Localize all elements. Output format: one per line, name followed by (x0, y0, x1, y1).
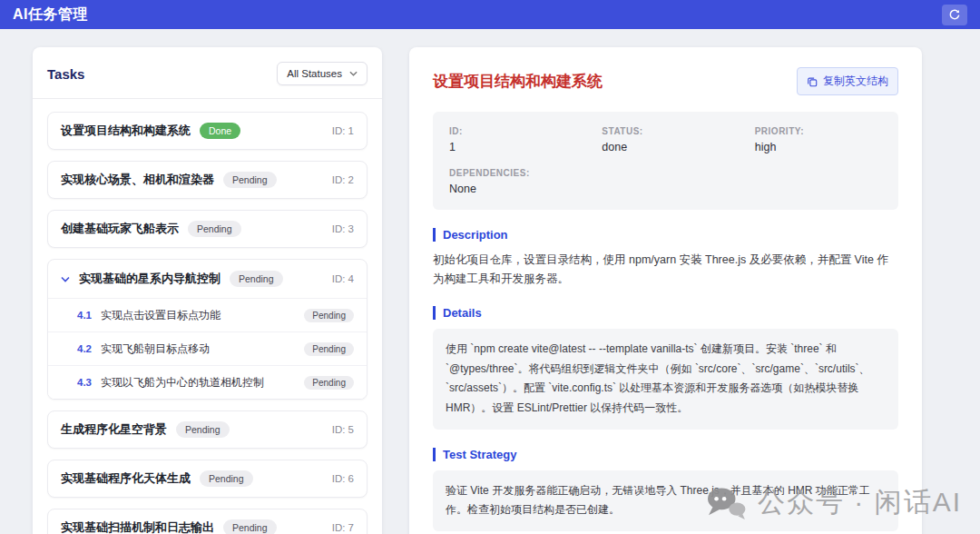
task-row[interactable]: 实现基础扫描机制和日志输出 Pending ID: 7 (47, 509, 368, 534)
status-badge: Pending (230, 271, 283, 287)
copy-english-label: 复制英文结构 (823, 74, 888, 89)
copy-english-button[interactable]: 复制英文结构 (797, 67, 898, 95)
app-header: AI任务管理 (0, 0, 980, 29)
details-text: 使用 `npm create vite@latest -- --template… (433, 329, 898, 429)
status-badge: Pending (188, 221, 241, 237)
task-id: ID: 3 (332, 223, 354, 234)
task-id: ID: 5 (332, 424, 354, 435)
status-badge: Pending (176, 421, 230, 438)
meta-id-value: 1 (449, 141, 602, 153)
task-row[interactable]: 创建基础玩家飞船表示 Pending ID: 3 (47, 210, 368, 248)
meta-priority-label: PRIORITY: (755, 126, 882, 136)
details-section: Details 使用 `npm create vite@latest -- --… (433, 306, 898, 429)
details-heading: Details (433, 306, 898, 320)
status-filter-value: All Statuses (287, 68, 342, 79)
subtask-row[interactable]: 4.2 实现飞船朝目标点移动 Pending (48, 331, 367, 365)
tasks-panel: Tasks All Statuses 设置项目结构和构建系统 Done ID: … (33, 47, 382, 534)
task-title: 设置项目结构和构建系统 (61, 123, 191, 139)
subtask-number: 4.3 (77, 377, 92, 388)
chevron-down-icon[interactable] (61, 276, 70, 282)
description-text: 初始化项目仓库，设置目录结构，使用 npm/yarn 安装 Three.js 及… (433, 251, 898, 288)
status-badge: Pending (304, 376, 354, 390)
task-row[interactable]: 设置项目结构和构建系统 Done ID: 1 (47, 112, 368, 150)
status-badge: Done (200, 123, 240, 139)
description-section: Description 初始化项目仓库，设置目录结构，使用 npm/yarn 安… (433, 228, 898, 288)
task-title: 创建基础玩家飞船表示 (61, 221, 179, 237)
subtask-title: 实现点击设置目标点功能 (101, 308, 220, 323)
meta-status-value: done (602, 141, 754, 153)
task-id: ID: 6 (332, 473, 354, 484)
task-id: ID: 7 (332, 522, 354, 533)
task-detail-panel: 设置项目结构和构建系统 复制英文结构 ID: 1 STATUS: (409, 47, 922, 534)
task-id: ID: 2 (332, 174, 354, 185)
task-title: 生成程序化星空背景 (61, 421, 167, 438)
task-id: ID: 1 (332, 125, 354, 136)
task-title: 实现基础程序化天体生成 (61, 470, 191, 487)
tasks-heading: Tasks (47, 66, 84, 82)
main-content: Tasks All Statuses 设置项目结构和构建系统 Done ID: … (0, 29, 980, 534)
meta-dependencies-value: None (449, 183, 882, 195)
test-strategy-section: Test Strategy 验证 Vite 开发服务器能正确启动，无错误地导入 … (433, 448, 898, 531)
meta-priority-value: high (755, 141, 882, 153)
refresh-icon (948, 8, 961, 21)
copy-icon (807, 76, 818, 87)
meta-dependencies-label: DEPENDENCIES: (449, 168, 882, 178)
meta-id: ID: 1 (449, 126, 602, 153)
subtask-number: 4.2 (77, 343, 92, 354)
task-title: 实现核心场景、相机和渲染器 (61, 172, 214, 188)
subtask-row[interactable]: 4.3 实现以飞船为中心的轨道相机控制 Pending (48, 365, 367, 399)
subtask-title: 实现飞船朝目标点移动 (101, 341, 210, 357)
task-row[interactable]: 生成程序化星空背景 Pending ID: 5 (47, 410, 368, 449)
status-badge: Pending (223, 172, 277, 188)
subtask-title: 实现以飞船为中心的轨道相机控制 (101, 375, 264, 391)
app-title: AI任务管理 (13, 5, 88, 25)
subtask-row[interactable]: 4.1 实现点击设置目标点功能 Pending (48, 298, 367, 331)
detail-header: 设置项目结构和构建系统 复制英文结构 (433, 67, 898, 95)
task-list: 设置项目结构和构建系统 Done ID: 1 实现核心场景、相机和渲染器 Pen… (47, 112, 368, 534)
task-row[interactable]: 实现基础的星系内导航控制 Pending ID: 4 (48, 260, 367, 298)
meta-status: STATUS: done (602, 126, 754, 153)
task-title: 实现基础的星系内导航控制 (79, 271, 220, 287)
test-strategy-text: 验证 Vite 开发服务器能正确启动，无错误地导入 Three.js，并且基本的… (433, 470, 898, 531)
subtask-number: 4.1 (77, 310, 92, 321)
status-badge: Pending (223, 519, 277, 534)
status-badge: Pending (304, 309, 354, 322)
status-badge: Pending (304, 342, 354, 356)
tasks-panel-header: Tasks All Statuses (33, 62, 382, 99)
refresh-button[interactable] (942, 5, 967, 25)
test-strategy-heading: Test Strategy (433, 448, 898, 461)
status-filter-select[interactable]: All Statuses (277, 62, 368, 85)
meta-priority: PRIORITY: high (755, 126, 882, 153)
meta-id-label: ID: (449, 126, 602, 136)
task-detail-title: 设置项目结构和构建系统 (433, 71, 603, 92)
task-title: 实现基础扫描机制和日志输出 (61, 519, 214, 534)
task-group-expanded: 实现基础的星系内导航控制 Pending ID: 4 4.1 实现点击设置目标点… (47, 259, 368, 400)
status-badge: Pending (200, 470, 253, 487)
meta-dependencies: DEPENDENCIES: None (449, 168, 882, 195)
description-heading: Description (433, 228, 898, 242)
task-row[interactable]: 实现核心场景、相机和渲染器 Pending ID: 2 (47, 161, 368, 199)
task-id: ID: 4 (332, 273, 354, 284)
task-meta-box: ID: 1 STATUS: done PRIORITY: high DEPEND… (433, 112, 898, 210)
meta-status-label: STATUS: (602, 126, 754, 136)
task-row[interactable]: 实现基础程序化天体生成 Pending ID: 6 (47, 460, 368, 498)
chevron-down-icon (349, 71, 358, 76)
